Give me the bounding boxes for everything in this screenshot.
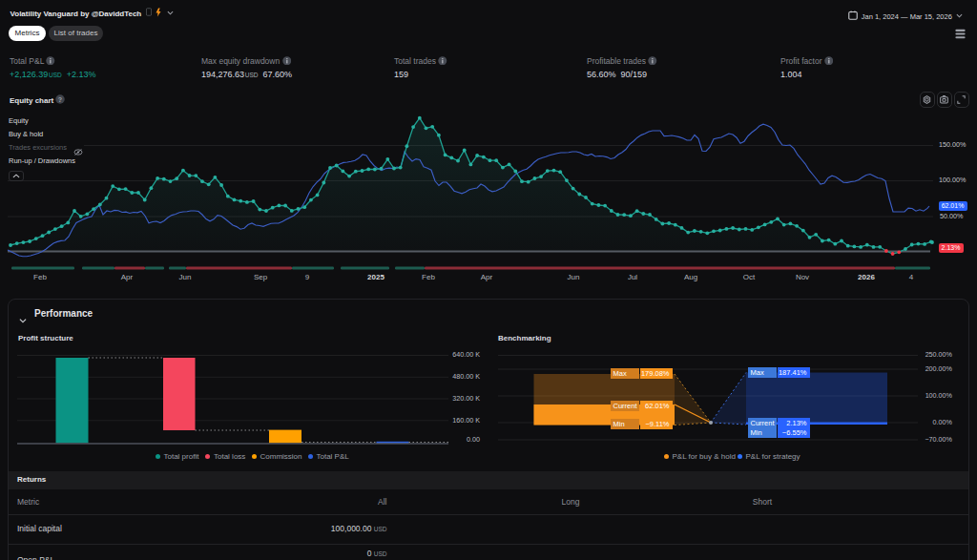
- svg-text:?: ?: [58, 96, 62, 104]
